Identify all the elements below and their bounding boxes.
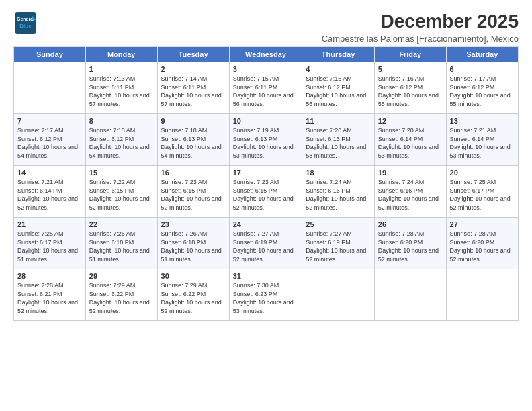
cell-content: 15 Sunrise: 7:22 AMSunset: 6:15 PMDaylig… — [89, 169, 154, 214]
day-number: 11 — [306, 117, 371, 125]
cell-content: 13 Sunrise: 7:21 AMSunset: 6:14 PMDaylig… — [450, 117, 515, 163]
day-number: 20 — [450, 169, 515, 177]
cell-content: 30 Sunrise: 7:29 AMSunset: 6:22 PMDaylig… — [161, 272, 226, 318]
cell-details: Sunrise: 7:15 AMSunset: 6:11 PMDaylight:… — [233, 75, 299, 108]
day-number: 22 — [89, 220, 154, 228]
location-title: Campestre las Palomas [Fraccionamiento],… — [322, 34, 519, 44]
col-monday: Monday — [85, 47, 157, 62]
cell-details: Sunrise: 7:15 AMSunset: 6:12 PMDaylight:… — [306, 75, 371, 108]
table-cell: 7 Sunrise: 7:17 AMSunset: 6:12 PMDayligh… — [14, 114, 86, 166]
cell-content: 10 Sunrise: 7:19 AMSunset: 6:13 PMDaylig… — [233, 117, 299, 163]
table-cell: 22 Sunrise: 7:26 AMSunset: 6:18 PMDaylig… — [85, 218, 157, 269]
day-number: 17 — [233, 169, 299, 177]
cell-content: 6 Sunrise: 7:17 AMSunset: 6:12 PMDayligh… — [450, 65, 515, 111]
cell-content: 2 Sunrise: 7:14 AMSunset: 6:11 PMDayligh… — [161, 65, 226, 111]
table-cell: 3 Sunrise: 7:15 AMSunset: 6:11 PMDayligh… — [229, 62, 302, 114]
table-cell: 26 Sunrise: 7:28 AMSunset: 6:20 PMDaylig… — [374, 218, 446, 269]
header: General Blue December 2025 Campestre las… — [13, 11, 519, 44]
cell-details: Sunrise: 7:29 AMSunset: 6:22 PMDaylight:… — [161, 281, 226, 315]
table-cell: 9 Sunrise: 7:18 AMSunset: 6:13 PMDayligh… — [157, 114, 229, 166]
cell-content: 26 Sunrise: 7:28 AMSunset: 6:20 PMDaylig… — [378, 220, 443, 266]
cell-content: 14 Sunrise: 7:21 AMSunset: 6:14 PMDaylig… — [17, 169, 82, 214]
cell-details: Sunrise: 7:20 AMSunset: 6:14 PMDaylight:… — [378, 126, 443, 160]
cell-details: Sunrise: 7:23 AMSunset: 6:15 PMDaylight:… — [233, 178, 299, 212]
table-cell: 15 Sunrise: 7:22 AMSunset: 6:15 PMDaylig… — [85, 166, 157, 218]
col-thursday: Thursday — [302, 47, 375, 62]
cell-content: 21 Sunrise: 7:25 AMSunset: 6:17 PMDaylig… — [17, 220, 82, 266]
day-number: 5 — [378, 65, 443, 73]
day-number: 23 — [161, 220, 226, 228]
day-number: 19 — [378, 169, 443, 177]
table-cell: 16 Sunrise: 7:23 AMSunset: 6:15 PMDaylig… — [157, 166, 229, 218]
cell-details: Sunrise: 7:18 AMSunset: 6:13 PMDaylight:… — [161, 126, 226, 160]
day-number: 25 — [306, 220, 371, 228]
cell-content: 7 Sunrise: 7:17 AMSunset: 6:12 PMDayligh… — [17, 117, 82, 163]
cell-content: 1 Sunrise: 7:13 AMSunset: 6:11 PMDayligh… — [89, 65, 154, 111]
cell-content: 28 Sunrise: 7:28 AMSunset: 6:21 PMDaylig… — [17, 272, 82, 318]
table-cell: 20 Sunrise: 7:25 AMSunset: 6:17 PMDaylig… — [446, 166, 518, 218]
month-title: December 2025 — [322, 11, 519, 32]
day-number: 15 — [89, 169, 154, 177]
cell-details: Sunrise: 7:20 AMSunset: 6:13 PMDaylight:… — [306, 126, 371, 160]
cell-details: Sunrise: 7:18 AMSunset: 6:12 PMDaylight:… — [89, 126, 154, 160]
col-saturday: Saturday — [446, 47, 518, 62]
cell-details: Sunrise: 7:26 AMSunset: 6:18 PMDaylight:… — [89, 230, 154, 263]
cell-content: 12 Sunrise: 7:20 AMSunset: 6:14 PMDaylig… — [378, 117, 443, 163]
cell-details: Sunrise: 7:13 AMSunset: 6:11 PMDaylight:… — [89, 75, 154, 108]
day-number: 8 — [89, 117, 154, 125]
calendar-table: Sunday Monday Tuesday Wednesday Thursday… — [13, 46, 519, 321]
day-number: 2 — [161, 65, 226, 73]
day-number: 14 — [17, 169, 82, 177]
table-cell — [374, 269, 446, 321]
table-cell: 31 Sunrise: 7:30 AMSunset: 6:23 PMDaylig… — [229, 269, 302, 321]
cell-content: 5 Sunrise: 7:16 AMSunset: 6:12 PMDayligh… — [378, 65, 443, 111]
table-cell: 8 Sunrise: 7:18 AMSunset: 6:12 PMDayligh… — [85, 114, 157, 166]
table-cell: 10 Sunrise: 7:19 AMSunset: 6:13 PMDaylig… — [229, 114, 302, 166]
week-row-1: 1 Sunrise: 7:13 AMSunset: 6:11 PMDayligh… — [14, 62, 519, 114]
cell-content: 29 Sunrise: 7:29 AMSunset: 6:22 PMDaylig… — [89, 272, 154, 318]
table-cell: 6 Sunrise: 7:17 AMSunset: 6:12 PMDayligh… — [446, 62, 518, 114]
table-cell: 18 Sunrise: 7:24 AMSunset: 6:16 PMDaylig… — [302, 166, 375, 218]
day-number: 30 — [161, 272, 226, 280]
day-number: 28 — [17, 272, 82, 280]
cell-details: Sunrise: 7:19 AMSunset: 6:13 PMDaylight:… — [233, 126, 299, 160]
cell-details: Sunrise: 7:25 AMSunset: 6:17 PMDaylight:… — [450, 178, 515, 212]
cell-content: 22 Sunrise: 7:26 AMSunset: 6:18 PMDaylig… — [89, 220, 154, 266]
day-number: 31 — [233, 272, 299, 280]
day-number: 4 — [306, 65, 371, 73]
week-row-4: 21 Sunrise: 7:25 AMSunset: 6:17 PMDaylig… — [14, 218, 519, 269]
svg-text:Blue: Blue — [19, 23, 32, 29]
table-cell: 5 Sunrise: 7:16 AMSunset: 6:12 PMDayligh… — [374, 62, 446, 114]
day-number: 16 — [161, 169, 226, 177]
cell-content: 17 Sunrise: 7:23 AMSunset: 6:15 PMDaylig… — [233, 169, 299, 214]
cell-content: 27 Sunrise: 7:28 AMSunset: 6:20 PMDaylig… — [450, 220, 515, 266]
day-number: 27 — [450, 220, 515, 228]
table-cell: 13 Sunrise: 7:21 AMSunset: 6:14 PMDaylig… — [446, 114, 518, 166]
cell-details: Sunrise: 7:26 AMSunset: 6:18 PMDaylight:… — [161, 230, 226, 263]
day-number: 6 — [450, 65, 515, 73]
title-block: December 2025 Campestre las Palomas [Fra… — [322, 11, 519, 44]
table-cell: 19 Sunrise: 7:24 AMSunset: 6:16 PMDaylig… — [374, 166, 446, 218]
table-cell — [14, 62, 86, 114]
cell-details: Sunrise: 7:14 AMSunset: 6:11 PMDaylight:… — [161, 75, 226, 108]
day-number: 26 — [378, 220, 443, 228]
col-wednesday: Wednesday — [229, 47, 302, 62]
day-number: 21 — [17, 220, 82, 228]
cell-details: Sunrise: 7:21 AMSunset: 6:14 PMDaylight:… — [450, 126, 515, 160]
day-number: 13 — [450, 117, 515, 125]
header-row: Sunday Monday Tuesday Wednesday Thursday… — [14, 47, 519, 62]
cell-details: Sunrise: 7:17 AMSunset: 6:12 PMDaylight:… — [450, 75, 515, 108]
day-number: 3 — [233, 65, 299, 73]
logo: General Blue — [13, 11, 38, 35]
table-cell: 29 Sunrise: 7:29 AMSunset: 6:22 PMDaylig… — [85, 269, 157, 321]
table-cell: 4 Sunrise: 7:15 AMSunset: 6:12 PMDayligh… — [302, 62, 375, 114]
cell-content: 20 Sunrise: 7:25 AMSunset: 6:17 PMDaylig… — [450, 169, 515, 214]
col-tuesday: Tuesday — [157, 47, 229, 62]
cell-details: Sunrise: 7:29 AMSunset: 6:22 PMDaylight:… — [89, 281, 154, 315]
cell-details: Sunrise: 7:21 AMSunset: 6:14 PMDaylight:… — [17, 178, 82, 212]
cell-content: 31 Sunrise: 7:30 AMSunset: 6:23 PMDaylig… — [233, 272, 299, 318]
cell-details: Sunrise: 7:30 AMSunset: 6:23 PMDaylight:… — [233, 281, 299, 315]
cell-content: 8 Sunrise: 7:18 AMSunset: 6:12 PMDayligh… — [89, 117, 154, 163]
table-cell: 17 Sunrise: 7:23 AMSunset: 6:15 PMDaylig… — [229, 166, 302, 218]
cell-details: Sunrise: 7:27 AMSunset: 6:19 PMDaylight:… — [233, 230, 299, 263]
